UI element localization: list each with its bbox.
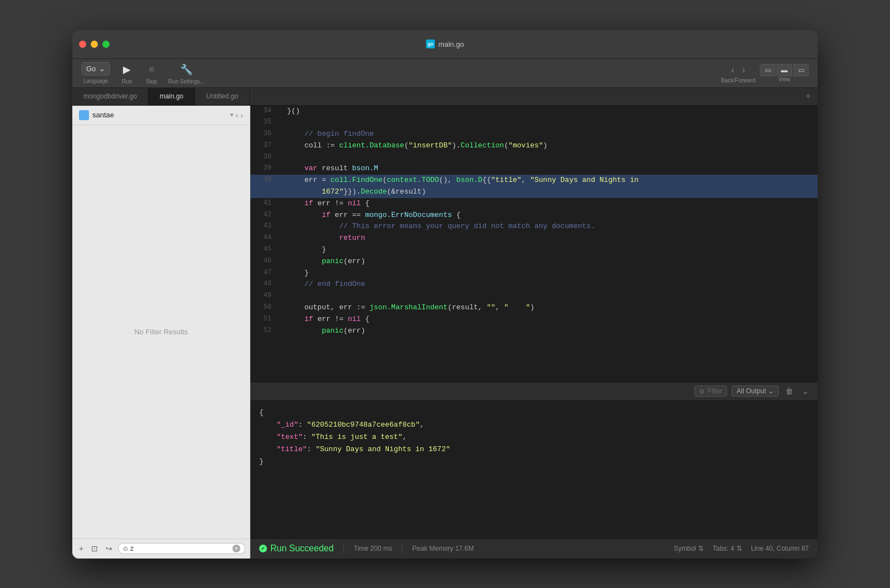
minimize-button[interactable] [91,41,98,48]
output-toolbar: ⊙ Filter All Output ⌄ 🗑 ⌄ [250,383,818,400]
run-status: ✓ Run Succeeded [259,543,334,554]
output-filter-box[interactable]: ⊙ Filter [694,386,728,397]
sidebar: santae ▾ ‹ › No Filter Results + ⊡ ↪ ⊙ z… [72,106,250,559]
add-tab-button[interactable]: + [798,88,818,105]
sidebar-content: No Filter Results [72,125,250,538]
sidebar-forward-button[interactable]: › [240,111,243,120]
chevron-down-icon: ⌄ [768,387,774,395]
stop-button-group[interactable]: ■ Stop [144,62,159,85]
back-button[interactable]: ‹ [728,63,738,77]
code-line-47: 47 } [250,268,818,279]
tab-untitled[interactable]: Untitled.go [195,88,250,105]
stop-icon: ■ [144,62,159,77]
code-line-50: 50 output, err := json.MarshalIndent(res… [250,302,818,314]
clear-output-button[interactable]: 🗑 [783,386,795,397]
view-right-button[interactable]: ▭ [793,64,809,76]
language-descriptor: Language [83,78,108,84]
code-line-44: 44 return [250,233,818,244]
code-line-37: 37 coll := client.Database("insertDB").C… [250,140,818,152]
status-right: Symbol ⇅ Tabs: 4 ⇅ Line 40, Column 87 [674,545,809,552]
tab-maingo[interactable]: main.go [149,88,195,105]
code-line-42: 42 if err == mongo.ErrNoDocuments { [250,210,818,221]
symbol-button[interactable]: Symbol ⇅ [674,545,704,552]
titlebar: go main.go [72,30,818,59]
folder-icon [79,110,89,120]
run-settings-label: Run Settings... [168,78,205,85]
tabs-label: Tabs: 4 [713,545,734,552]
chevron-down-icon: ▾ [230,111,234,118]
run-label: Run [122,78,132,85]
sidebar-title: santae [92,111,230,119]
code-line-48: 48 // end findOne [250,279,818,290]
code-line-41: 41 if err != nil { [250,198,818,210]
maximize-button[interactable] [102,41,110,48]
wrench-icon: 🔧 [179,62,194,77]
main-area: santae ▾ ‹ › No Filter Results + ⊡ ↪ ⊙ z… [72,106,818,559]
code-line-34: 34 }() [250,106,818,117]
tabs-button[interactable]: Tabs: 4 ⇅ [713,545,742,552]
filter-value: z [130,545,230,552]
back-forward-label: Back/Forward [721,77,755,83]
stop-label: Stop [146,78,157,85]
statusbar: ✓ Run Succeeded | Time 200 ms | Peak Mem… [250,538,818,559]
code-line-40b: 1672"}}).Decode(&result) [250,186,818,198]
forward-button[interactable]: › [739,63,748,77]
filter-icon: ⊙ [699,388,704,395]
view-group: ▭ ▬ ▭ View [760,64,809,82]
output-content: { "_id": "6205210bc9748a7cee6af8cb", "te… [250,400,818,538]
code-editor[interactable]: 34 }() 35 36 // begin findOne 37 [250,106,818,383]
run-settings-button-group[interactable]: 🔧 Run Settings... [168,62,205,85]
app-window: go main.go Go ⌄ Language ▶ Run ■ Stop 🔧 … [72,30,818,559]
sidebar-header: santae ▾ ‹ › [72,106,250,125]
add-item-button[interactable]: + [77,543,86,554]
toolbar-right: ‹ › Back/Forward ▭ ▬ ▭ View [721,63,809,83]
run-icon: ▶ [119,62,135,77]
move-button[interactable]: ↪ [103,543,115,554]
editor-area: 34 }() 35 36 // begin findOne 37 [250,106,818,559]
run-button-group[interactable]: ▶ Run [119,62,135,85]
sidebar-back-button[interactable]: ‹ [236,111,239,120]
code-line-35: 35 [250,117,818,129]
code-line-46: 46 panic(err) [250,256,818,268]
filter-clear-button[interactable]: ✕ [233,545,240,552]
chevron-updown-icon: ⇅ [736,545,742,552]
new-folder-button[interactable]: ⊡ [89,543,100,554]
run-succeeded-label: Run Succeeded [270,543,334,554]
code-line-49: 49 [250,290,818,302]
output-dropdown[interactable]: All Output ⌄ [731,386,779,397]
language-selector-group: Go ⌄ Language [81,62,110,84]
cursor-position: Line 40, Column 87 [751,545,809,552]
filter-box-label: Filter [708,387,723,395]
status-divider-1: | [343,543,345,554]
language-selector[interactable]: Go ⌄ [81,62,110,76]
go-lang-icon: go [426,39,435,48]
output-dropdown-label: All Output [736,387,766,395]
code-line-52: 52 panic(err) [250,325,818,337]
back-forward-group: ‹ › Back/Forward [721,63,755,83]
chevron-updown-icon: ⇅ [698,545,704,552]
code-line-39: 39 var result bson.M [250,163,818,175]
language-label: Go [86,65,96,73]
title-text: main.go [438,40,464,48]
toolbar: Go ⌄ Language ▶ Run ■ Stop 🔧 Run Setting… [72,59,818,88]
status-divider-2: | [401,543,403,554]
tab-mongodbdriver[interactable]: mongodbdriver.go [72,88,149,105]
window-title: go main.go [426,39,464,48]
view-left-button[interactable]: ▭ [760,64,775,76]
code-line-43: 43 // This error means your query did no… [250,221,818,233]
filter-input[interactable]: ⊙ z ✕ [118,543,245,554]
close-button[interactable] [79,41,86,48]
sidebar-footer: + ⊡ ↪ ⊙ z ✕ [72,538,250,559]
filter-search-icon: ⊙ [123,545,128,552]
code-line-40: 40 err = coll.FindOne(context.TODO(), bs… [250,175,818,186]
chevron-down-icon: ⌄ [99,65,105,73]
symbol-label: Symbol [674,545,696,552]
sidebar-nav: ‹ › [236,111,243,120]
output-panel: ⊙ Filter All Output ⌄ 🗑 ⌄ { "_id": "6205… [250,383,818,538]
view-label: View [778,76,790,82]
traffic-lights [79,41,110,48]
expand-output-button[interactable]: ⌄ [800,386,811,397]
view-center-button[interactable]: ▬ [777,64,792,76]
tabs-bar: mongodbdriver.go main.go Untitled.go + [72,88,818,106]
peak-memory-status: Peak Memory 17.6M [412,545,474,552]
